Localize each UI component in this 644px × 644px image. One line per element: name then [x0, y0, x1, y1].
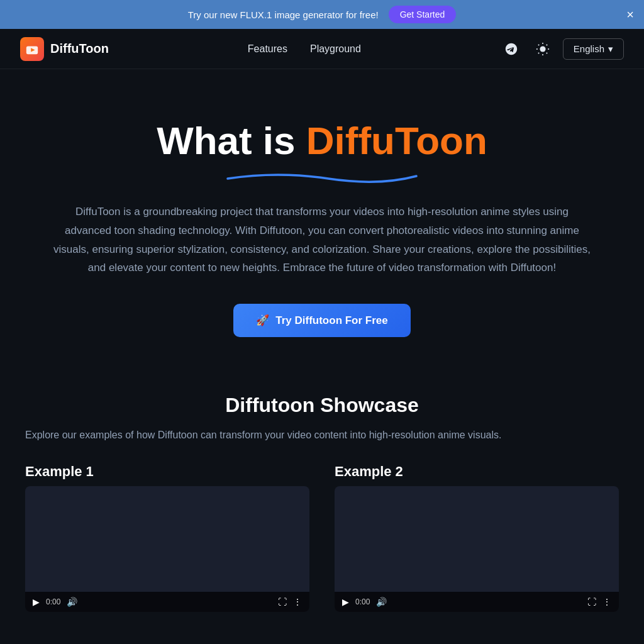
language-selector[interactable]: English ▾ [563, 38, 624, 60]
hero-cta-button[interactable]: 🚀 Try Diffutoon For Free [233, 304, 411, 337]
language-label: English [574, 43, 604, 54]
showcase-section: Diffutoon Showcase Explore our examples … [0, 375, 644, 637]
example-2-video: ▶ 0:00 🔊 ⛶ ⋮ [335, 486, 619, 612]
video-2-play-button[interactable]: ▶ [342, 597, 349, 607]
video-2-controls: ▶ 0:00 🔊 ⛶ ⋮ [335, 592, 619, 612]
showcase-description: Explore our examples of how Diffutoon ca… [25, 427, 619, 443]
svg-point-2 [540, 46, 545, 52]
telegram-icon [504, 42, 518, 56]
example-1-block: Example 1 ▶ 0:00 🔊 ⛶ ⋮ [25, 464, 309, 612]
logo-text: DiffuToon [50, 42, 109, 56]
banner-close-button[interactable]: × [626, 8, 634, 21]
logo-icon [20, 37, 44, 61]
theme-toggle-button[interactable] [531, 38, 554, 60]
example-1-video: ▶ 0:00 🔊 ⛶ ⋮ [25, 486, 309, 612]
video-1-controls: ▶ 0:00 🔊 ⛶ ⋮ [25, 592, 309, 612]
hero-title-prefix: What is [157, 119, 306, 162]
svg-line-10 [547, 44, 547, 45]
svg-line-9 [538, 52, 539, 53]
banner-text: Try our new FLUX.1 image generator for f… [188, 9, 379, 20]
video-2-more-button[interactable]: ⋮ [602, 597, 611, 607]
examples-grid: Example 1 ▶ 0:00 🔊 ⛶ ⋮ Example 2 ▶ 0:00 … [25, 464, 619, 612]
video-1-more-button[interactable]: ⋮ [293, 597, 302, 607]
hero-title-brand: DiffuToon [306, 119, 487, 162]
video-1-play-button[interactable]: ▶ [33, 597, 40, 607]
theme-icon [536, 42, 550, 56]
chevron-down-icon: ▾ [608, 43, 613, 55]
nav-right: English ▾ [500, 38, 624, 60]
top-banner: Try our new FLUX.1 image generator for f… [0, 0, 644, 29]
logo-svg [25, 42, 39, 56]
video-2-fullscreen-button[interactable]: ⛶ [587, 597, 596, 607]
video-2-time: 0:00 [355, 597, 370, 606]
video-2-volume-button[interactable]: 🔊 [376, 597, 387, 607]
video-1-fullscreen-button[interactable]: ⛶ [278, 597, 287, 607]
navbar: DiffuToon Features Playground [0, 29, 644, 69]
example-2-label: Example 2 [335, 464, 619, 480]
hero-section: What is DiffuToon DiffuToon is a groundb… [0, 69, 644, 375]
banner-cta-button[interactable]: Get Started [389, 6, 457, 23]
svg-line-5 [538, 44, 539, 45]
hero-title: What is DiffuToon [50, 119, 594, 162]
video-1-time: 0:00 [46, 597, 60, 606]
hero-cta-label: Try Diffutoon For Free [275, 314, 388, 327]
svg-line-6 [547, 52, 547, 53]
hero-underline-decoration [215, 167, 429, 185]
showcase-title: Diffutoon Showcase [25, 394, 619, 417]
example-2-block: Example 2 ▶ 0:00 🔊 ⛶ ⋮ [335, 464, 619, 612]
telegram-button[interactable] [500, 38, 523, 60]
hero-description: DiffuToon is a groundbreaking project th… [52, 203, 592, 277]
logo-link[interactable]: DiffuToon [20, 37, 109, 61]
example-1-label: Example 1 [25, 464, 309, 480]
nav-playground-link[interactable]: Playground [310, 43, 361, 55]
nav-links: Features Playground [248, 43, 361, 55]
rocket-icon: 🚀 [256, 314, 269, 327]
video-1-volume-button[interactable]: 🔊 [67, 597, 77, 607]
nav-features-link[interactable]: Features [248, 43, 287, 55]
